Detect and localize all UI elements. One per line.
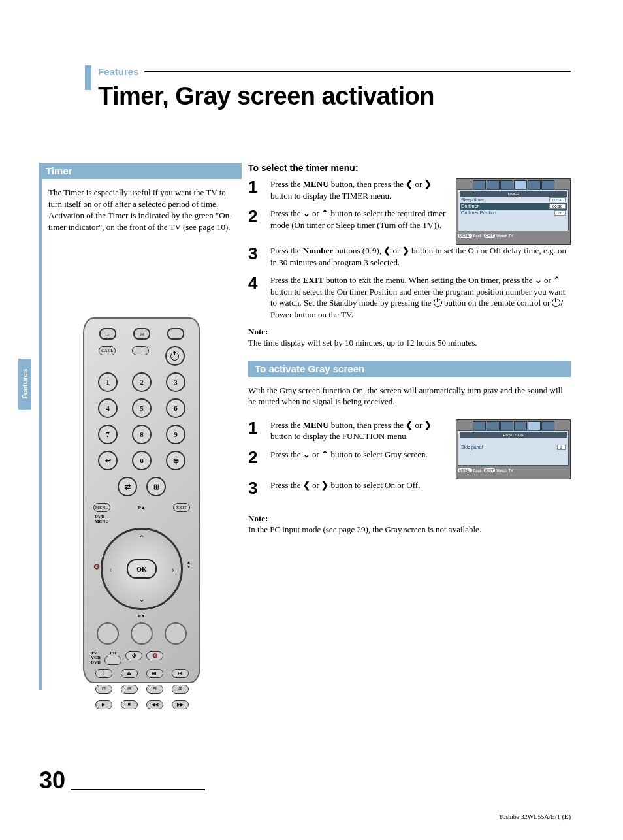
remote-btn-6: 6 bbox=[166, 398, 185, 418]
remote-btn-4: 4 bbox=[98, 398, 118, 418]
osd-row-label: Side panel bbox=[461, 445, 483, 450]
remote-btn-mute: 🔇 bbox=[146, 651, 163, 660]
step-num-g2: 2 bbox=[248, 449, 270, 466]
osd-row-label: On timer bbox=[461, 204, 479, 209]
category-rule bbox=[144, 71, 571, 72]
osd-foot-menu: MENU bbox=[458, 468, 472, 472]
vol-icon: 🔇 bbox=[93, 564, 100, 570]
page-title: Timer, Gray screen activation bbox=[98, 82, 571, 110]
osd-foot-exit: EXIT bbox=[484, 234, 495, 238]
timer-step-2: Press the ⌄ or ⌃ button to select the re… bbox=[270, 208, 449, 231]
remote-label-pdown: P▼ bbox=[91, 614, 193, 619]
osd-foot-watch: Watch TV bbox=[496, 468, 513, 472]
osd-row-value: 2 bbox=[557, 445, 566, 450]
remote-btn-teletext-icon: ⊟ bbox=[133, 328, 150, 340]
remote-btn-power bbox=[165, 346, 185, 366]
osd-foot-exit: EXIT bbox=[484, 468, 495, 472]
gray-intro: With the Gray screen function On, the sc… bbox=[248, 385, 571, 408]
osd-tab-icon bbox=[541, 421, 554, 430]
timer-intro: The Timer is especially useful if you wa… bbox=[42, 179, 242, 239]
gray-step-3: Press the ❮ or ❯ button to select On or … bbox=[270, 479, 571, 496]
osd-function: FUNCTION Side panel2 MENU Back EXIT Watc… bbox=[456, 419, 571, 479]
osd-foot-back: Back bbox=[473, 234, 481, 238]
remote-label-dvdmenu: DVD MENU bbox=[95, 515, 193, 524]
model-footer: Toshiba 32WL55A/E/T (E) bbox=[499, 813, 571, 820]
remote-btn-swap: ⇄ bbox=[118, 477, 137, 496]
remote-btn-8: 8 bbox=[132, 425, 152, 444]
timer-step-3: Press the Number buttons (0-9), ❮ or ❯ b… bbox=[270, 245, 571, 268]
remote-btn-return: ↩ bbox=[98, 451, 118, 470]
osd-tab-icon bbox=[473, 421, 486, 430]
remote-btn-1: 1 bbox=[98, 372, 118, 392]
gray-step-2: Press the ⌄ or ⌃ button to select Gray s… bbox=[270, 449, 449, 466]
osd-tab-icon bbox=[514, 180, 527, 189]
osd-tab-icon bbox=[541, 180, 554, 189]
remote-dpad: ⌃ ⌄ ‹ › OK 🔇 ▴▾ bbox=[101, 528, 183, 610]
remote-btn-audio bbox=[104, 656, 121, 665]
remote-btn-2: 2 bbox=[132, 372, 152, 392]
step-num-4: 4 bbox=[248, 274, 270, 320]
osd-tab-icon bbox=[487, 180, 500, 189]
arrow-left-icon: ‹ bbox=[109, 564, 112, 574]
remote-selector-label: TV VCR DVD bbox=[91, 651, 101, 665]
osd-foot-watch: Watch TV bbox=[496, 234, 513, 238]
power-icon bbox=[170, 352, 179, 361]
timer-header: Timer bbox=[39, 163, 242, 179]
remote-btn-ff: ▶▶ bbox=[172, 700, 189, 709]
remote-btn-menu: MENU bbox=[93, 503, 110, 512]
side-tab-features: Features bbox=[18, 359, 31, 410]
remote-btn-9: 9 bbox=[166, 425, 185, 444]
gray-header: To activate Gray screen bbox=[248, 361, 571, 377]
remote-btn-ok: OK bbox=[127, 559, 157, 579]
osd-tab-icon bbox=[514, 421, 527, 430]
remote-btn-pause: ⏸ bbox=[95, 669, 112, 678]
remote-btn-exit: EXIT bbox=[173, 503, 190, 512]
osd-tab-icon bbox=[528, 421, 541, 430]
step-num-g3: 3 bbox=[248, 479, 270, 496]
remote-audio-label: I/II bbox=[104, 651, 121, 656]
page-number-rule bbox=[71, 789, 205, 790]
remote-btn-rec: ⊡ bbox=[95, 685, 112, 694]
osd-tab-icon bbox=[500, 180, 513, 189]
osd-tab-icon bbox=[528, 180, 541, 189]
remote-btn-tt2: ⊟ bbox=[146, 685, 163, 694]
remote-btn-still: ⏻ bbox=[125, 651, 142, 660]
timer-step-1: Press the MENU button, then press the ❮ … bbox=[270, 178, 449, 201]
osd-row-label: Sleep timer bbox=[461, 197, 484, 202]
remote-btn-prev: ⏮ bbox=[146, 669, 163, 678]
color-btn-green bbox=[131, 622, 153, 645]
remote-btn-rew: ◀◀ bbox=[146, 700, 163, 709]
remote-btn-eject: ⏏ bbox=[121, 669, 138, 678]
select-timer-header: To select the timer menu: bbox=[248, 163, 571, 173]
remote-btn-stop: ■ bbox=[121, 700, 138, 709]
osd-timer-title: TIMER bbox=[460, 191, 567, 197]
osd-row-value: 00 bbox=[554, 210, 566, 216]
remote-illustration: ▭ ⊟ CALL 123 456 789 ↩0⊕ ⇄ ⊞ ME bbox=[83, 317, 200, 683]
remote-btn-5: 5 bbox=[132, 398, 152, 418]
osd-foot-back: Back bbox=[473, 468, 481, 472]
step-num-3: 3 bbox=[248, 245, 270, 268]
osd-timer: TIMER Sleep timer00:00 On timer00:30 On … bbox=[456, 178, 571, 245]
osd-tab-icon bbox=[487, 421, 500, 430]
power-icon bbox=[434, 299, 442, 307]
remote-btn-3: 3 bbox=[166, 372, 185, 392]
remote-btn-7: 7 bbox=[98, 425, 118, 444]
step-num-g1: 1 bbox=[248, 419, 270, 442]
gray-note-label: Note: bbox=[248, 513, 571, 524]
color-btn-yellow bbox=[165, 622, 187, 645]
timer-note: The time display will set by 10 minutes,… bbox=[248, 337, 571, 349]
arrow-right-icon: › bbox=[172, 564, 174, 574]
remote-btn-next: ⏭ bbox=[172, 669, 189, 678]
osd-row-value: 00:30 bbox=[549, 204, 566, 209]
remote-btn-tt1: ⊞ bbox=[121, 685, 138, 694]
remote-btn-picture-icon: ▭ bbox=[99, 328, 116, 340]
osd-func-title: FUNCTION bbox=[460, 432, 567, 438]
osd-row-value: 00:00 bbox=[549, 197, 566, 202]
page-number: 30 bbox=[39, 767, 65, 794]
osd-tab-icon bbox=[500, 421, 513, 430]
remote-btn-input: ⊕ bbox=[166, 451, 185, 470]
remote-label-pup: P▲ bbox=[138, 506, 145, 510]
gray-note: In the PC input mode (see page 29), the … bbox=[248, 524, 571, 536]
osd-foot-menu: MENU bbox=[458, 234, 472, 238]
timer-note-label: Note: bbox=[248, 327, 571, 337]
